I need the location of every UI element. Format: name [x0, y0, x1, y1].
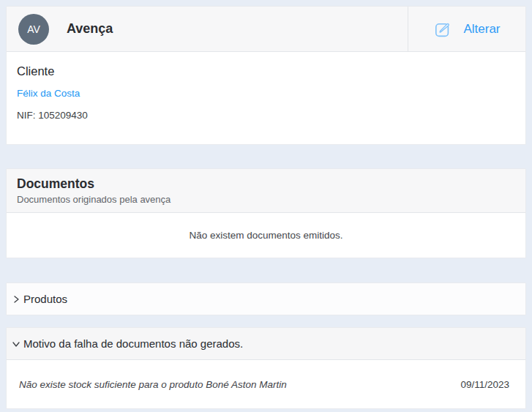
documents-card: Documentos Documentos originados pela av… — [6, 168, 526, 258]
page: { "colors": { "accent_blue": "#2e9bf7", … — [0, 0, 532, 412]
products-section-toggle[interactable]: Produtos — [6, 282, 526, 315]
client-name-link[interactable]: Félix da Costa — [17, 88, 80, 99]
failure-entry-row: Não existe stock suficiente para o produ… — [7, 360, 525, 408]
avenca-card-header: AV Avença Alterar — [7, 7, 525, 52]
failure-section: Motivo da falha de documentos não gerado… — [6, 327, 526, 409]
documents-empty-message: Não existem documentos emitidos. — [189, 230, 342, 241]
chevron-right-icon — [11, 294, 21, 304]
documents-title: Documentos — [17, 176, 515, 192]
alterar-button[interactable]: Alterar — [408, 7, 525, 51]
alterar-button-label: Alterar — [463, 22, 500, 37]
avenca-card: AV Avença Alterar Cliente Félix da Costa… — [6, 6, 526, 145]
products-section-label: Produtos — [23, 293, 67, 305]
client-nif: NIF: 105209430 — [17, 110, 515, 121]
documents-card-header: Documentos Documentos originados pela av… — [7, 169, 525, 213]
failure-entry-date: 09/11/2023 — [460, 379, 509, 390]
failure-section-label: Motivo da falha de documentos não gerado… — [23, 337, 243, 350]
failure-section-toggle[interactable]: Motivo da falha de documentos não gerado… — [7, 328, 525, 360]
avatar: AV — [18, 14, 49, 45]
client-section: Cliente Félix da Costa NIF: 105209430 — [7, 52, 525, 144]
page-title: Avença — [67, 21, 408, 37]
client-section-heading: Cliente — [17, 64, 515, 78]
chevron-down-icon — [11, 339, 21, 349]
documents-empty-state: Não existem documentos emitidos. — [7, 213, 525, 258]
avatar-initials: AV — [27, 23, 40, 35]
edit-icon — [433, 20, 452, 39]
documents-subtitle: Documentos originados pela avença — [17, 194, 515, 205]
failure-entry-message: Não existe stock suficiente para o produ… — [19, 379, 287, 390]
